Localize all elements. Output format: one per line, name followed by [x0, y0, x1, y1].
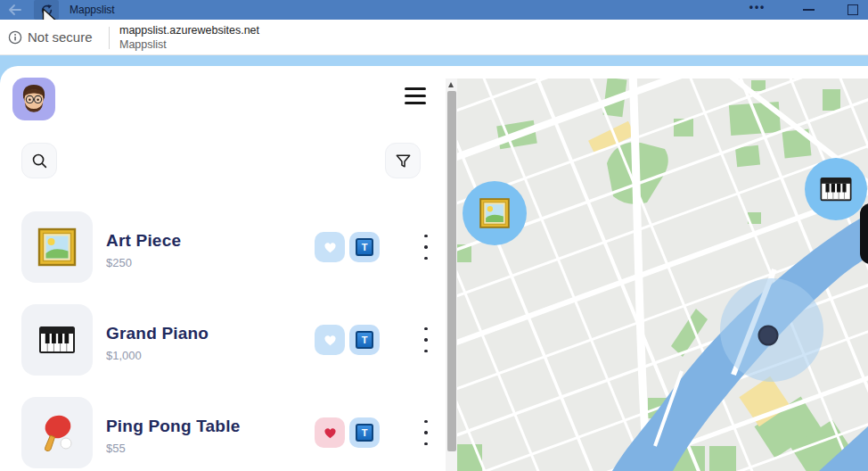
map-marker-piano[interactable]: [805, 158, 867, 220]
more-menu-icon[interactable]: •••: [747, 1, 768, 13]
listing-price: $55: [106, 442, 126, 455]
listing-thumbnail: [21, 304, 93, 376]
avatar[interactable]: [12, 78, 55, 120]
letter-t-icon: T: [356, 424, 373, 442]
map-side-handle[interactable]: [860, 203, 868, 264]
listing-thumbnail: [21, 397, 93, 468]
scrollbar-thumb[interactable]: [447, 91, 456, 451]
security-status-label[interactable]: Not secure: [28, 29, 93, 45]
heart-icon: [323, 333, 338, 348]
site-name: Mappslist: [119, 38, 167, 51]
heart-icon: [323, 426, 338, 441]
t-badge-button[interactable]: T: [349, 325, 380, 355]
t-badge-button[interactable]: T: [349, 232, 380, 262]
filter-icon: [394, 152, 413, 170]
maximize-icon[interactable]: [848, 4, 858, 15]
info-icon: [8, 30, 22, 45]
kebab-menu-icon[interactable]: [421, 235, 431, 260]
letter-t-icon: T: [356, 331, 373, 349]
browser-titlebar: Mappslist •••: [0, 0, 868, 20]
t-badge-button[interactable]: T: [349, 417, 380, 448]
listing-thumbnail: [21, 211, 93, 283]
piano-icon: [36, 318, 78, 361]
listing-row[interactable]: Ping Pong Table $55 T: [21, 397, 428, 468]
minimize-icon[interactable]: [803, 9, 815, 11]
heart-icon: [323, 240, 338, 255]
favorite-button[interactable]: [315, 325, 345, 355]
filter-button[interactable]: [385, 143, 421, 178]
ping-pong-icon: [36, 411, 78, 454]
avatar-face: [14, 79, 53, 119]
listing-row[interactable]: Art Piece $250 T: [21, 211, 428, 283]
map-marker-art[interactable]: [463, 181, 527, 245]
back-icon[interactable]: [7, 3, 22, 17]
listing-title: Ping Pong Table: [106, 417, 240, 436]
map[interactable]: [457, 78, 868, 471]
listing-row[interactable]: Grand Piano $1,000 T: [21, 304, 428, 376]
site-info-bar: Not secure mappslist.azurewebsites.net M…: [0, 20, 868, 55]
letter-t-icon: T: [356, 238, 373, 256]
listing-price: $250: [106, 256, 132, 269]
kebab-menu-icon[interactable]: [421, 327, 431, 352]
listing-title: Grand Piano: [106, 324, 209, 343]
favorite-button[interactable]: [315, 232, 345, 262]
kebab-menu-icon[interactable]: [421, 420, 431, 445]
listing-price: $1,000: [106, 349, 142, 362]
tab-title: Mappslist: [70, 4, 115, 16]
listing-title: Art Piece: [106, 231, 181, 251]
search-icon: [30, 152, 49, 170]
location-dot: [759, 326, 778, 345]
panel-scrollbar[interactable]: [446, 78, 457, 471]
favorite-button[interactable]: [315, 417, 345, 448]
divider: [109, 27, 110, 49]
site-url: mappslist.azurewebsites.net: [119, 24, 259, 37]
framed-picture-icon: [36, 226, 78, 269]
scroll-up-icon[interactable]: [448, 82, 454, 87]
search-button[interactable]: [21, 143, 57, 178]
hamburger-menu-icon[interactable]: [403, 87, 428, 109]
